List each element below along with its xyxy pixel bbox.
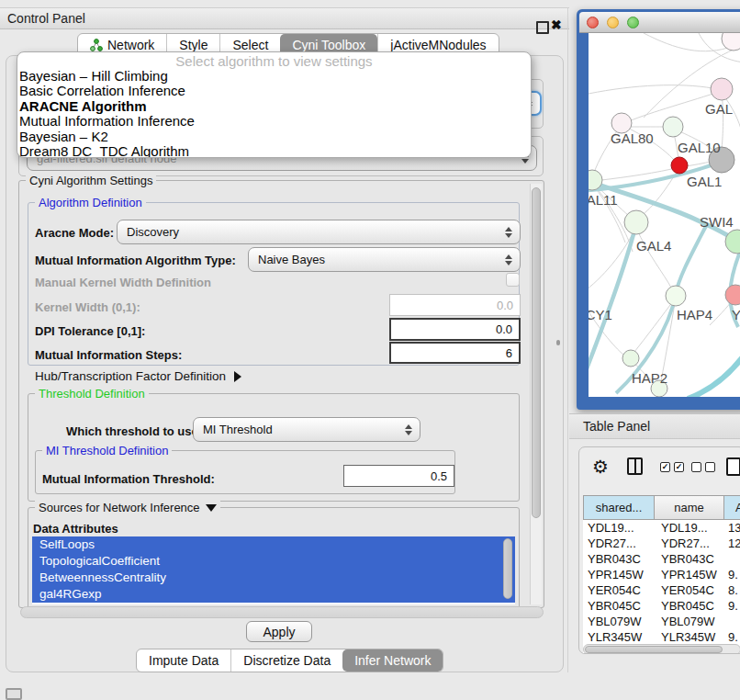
network-labels-layer: GALGAL80GAL10GAL1GAL11SWI4GAL4GCY1HAP4YH… [589,101,740,386]
algorithm-popup-item[interactable]: ARACNE Algorithm [17,99,531,114]
column-header-shared-name[interactable]: shared... [583,495,655,520]
zoom-traffic-light-icon[interactable] [627,17,639,28]
mi-steps-field[interactable]: 6 [389,342,521,364]
minimized-panel-icon[interactable] [6,688,22,700]
sources-title: Sources for Network Inference [39,501,200,514]
data-attribute-item[interactable]: TopologicalCoefficient [32,553,515,570]
data-attribute-item[interactable]: SelfLoops [32,536,515,553]
settings-horizontal-scrollbar[interactable] [20,606,544,618]
table-cell: YLR345W [655,629,724,645]
table-cell: YDL19... [583,520,655,536]
table-rows: YDL19...YDL19...13YDR27...YDR27...12YBR0… [583,520,740,654]
tab-impute-data[interactable]: Impute Data [137,649,230,672]
export-table-icon[interactable] [726,457,740,476]
which-threshold-label: Which threshold to use: [66,424,202,438]
network-node[interactable] [671,157,688,174]
minimize-traffic-light-icon[interactable] [607,17,619,28]
column-header-name[interactable]: name [655,495,724,520]
algorithm-popup-item[interactable]: Basic Correlation Inference [17,84,531,98]
column-header-label: name [674,501,704,514]
network-node-label: GAL10 [678,140,721,155]
manual-kernel-checkbox[interactable] [506,273,520,287]
apply-button[interactable]: Apply [246,621,312,642]
data-attributes-list[interactable]: SelfLoopsTopologicalCoefficientBetweenne… [32,536,515,604]
which-threshold-select[interactable]: MI Threshold [193,417,420,442]
splitter-grip[interactable] [556,340,560,345]
table-row[interactable]: YDL19...YDL19...13 [583,520,740,536]
close-icon[interactable]: ✖ [551,17,562,32]
mi-steps-value: 6 [506,346,512,360]
network-node-label: Y [732,307,740,322]
table-cell: YBR045C [583,598,655,614]
deselect-all-columns-icon[interactable] [691,462,715,472]
table-panel-body: ⚙ ✓✓ shared... name A YDL19...YDL19...13… [578,446,740,654]
dpi-tolerance-field[interactable]: 0.0 [389,318,521,341]
network-window-titlebar[interactable] [579,12,740,33]
network-node-label: GCY1 [589,307,612,322]
bottom-tab-bar: Impute Data Discretize Data Infer Networ… [136,649,443,672]
algorithm-popup-item[interactable]: Bayesian – K2 [17,130,531,144]
table-cell: YBL079W [583,614,655,629]
mi-threshold-field[interactable]: 0.5 [343,465,454,487]
attributes-list-scrollbar[interactable] [502,538,513,603]
settings-scrollbar-thumb[interactable] [532,187,541,518]
table-row[interactable]: YBR043CYBR043C [583,551,740,567]
table-cell: 8. [724,582,740,598]
network-node-label: GAL80 [611,130,654,146]
sources-title-wrap[interactable]: Sources for Network Inference [35,501,220,514]
table-cell: YDR27... [583,536,655,551]
float-window-icon[interactable] [536,21,549,34]
table-row[interactable]: YPR145WYPR145W9. [583,567,740,582]
network-canvas[interactable]: GALGAL80GAL10GAL1GAL11SWI4GAL4GCY1HAP4YH… [589,33,740,397]
hub-definition-expander[interactable]: Hub/Transcription Factor Definition [35,369,241,383]
aracne-mode-select[interactable]: Discovery [117,220,521,244]
network-node[interactable] [722,33,740,51]
table-row[interactable]: YBR045CYBR045C9. [583,598,740,614]
window-edge-divider [567,7,568,672]
network-view-window[interactable]: GALGAL80GAL10GAL1GAL11SWI4GAL4GCY1HAP4YH… [577,9,740,410]
manual-kernel-label: Manual Kernel Width Definition [35,276,211,289]
control-panel-title: Control Panel [7,11,85,26]
network-node[interactable] [663,117,683,137]
table-horizontal-scrollbar[interactable] [583,644,740,654]
gear-icon[interactable]: ⚙ [592,456,609,478]
table-row[interactable]: YER054CYER054C8. [583,582,740,598]
network-node[interactable] [725,285,740,305]
network-icon [90,39,103,51]
table-row[interactable]: YLR345WYLR345W9. [583,629,740,645]
table-cell: 9. [724,629,740,645]
mi-type-select[interactable]: Naive Bayes [248,247,521,272]
table-cell [724,614,740,629]
algorithm-popup-item[interactable]: Mutual Information Inference [17,114,531,129]
network-node[interactable] [666,286,686,306]
tab-discretize-data-label: Discretize Data [243,649,331,672]
network-node[interactable] [622,350,639,367]
column-header-clipped[interactable]: A [724,495,740,520]
network-node[interactable] [624,210,648,234]
network-node[interactable] [711,78,733,100]
kernel-width-field[interactable]: 0.0 [389,294,521,316]
table-cell: YBL079W [655,614,724,629]
table-header-row: shared... name A [583,495,740,520]
split-columns-icon[interactable] [627,457,643,475]
table-row[interactable]: YDR27...YDR27...12 [583,536,740,551]
dpi-tolerance-label: DPI Tolerance [0,1]: [35,324,145,338]
algorithm-popup-item[interactable]: Dream8 DC_TDC Algorithm [17,144,531,158]
mi-threshold-label: Mutual Information Threshold: [42,472,215,486]
tab-infer-network[interactable]: Infer Network [342,649,443,672]
cyni-settings-title: Cyni Algorithm Settings [26,174,156,187]
tab-discretize-data[interactable]: Discretize Data [230,649,342,672]
table-scrollbar-thumb[interactable] [585,646,723,653]
table-cell [724,551,740,567]
mi-type-label: Mutual Information Algorithm Type: [35,254,236,267]
data-attribute-item[interactable]: BetweennessCentrality [32,570,515,586]
algorithm-popup-item[interactable]: Bayesian – Hill Climbing [17,69,531,84]
attributes-scrollbar-thumb[interactable] [503,538,512,599]
data-attribute-item[interactable]: gal4RGexp [32,586,515,603]
network-node-label: SWI4 [700,214,734,230]
close-traffic-light-icon[interactable] [587,17,599,28]
data-attributes-label: Data Attributes [33,522,118,536]
select-all-columns-icon[interactable]: ✓✓ [660,462,684,472]
table-row[interactable]: YBL079WYBL079W [583,614,740,629]
settings-vertical-scrollbar[interactable] [530,184,542,604]
